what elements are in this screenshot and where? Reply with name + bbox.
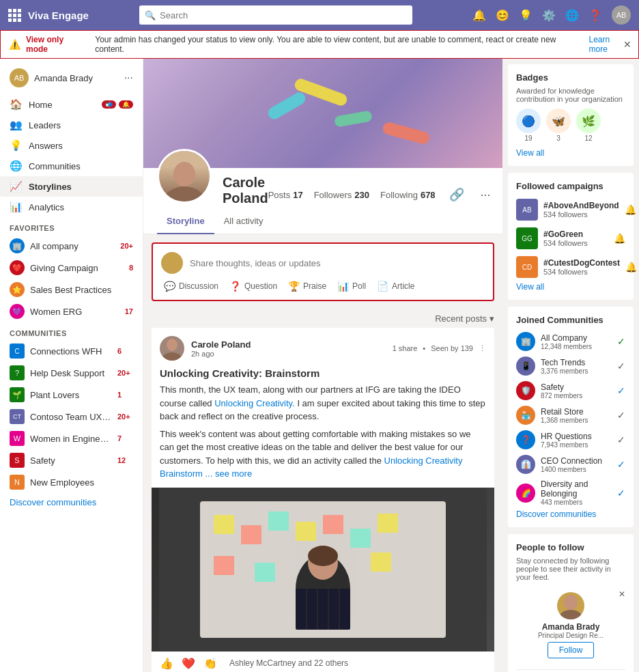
campaigns-section: Followed campaigns AB #AboveAndBeyond 53… [508, 173, 634, 300]
campaign-bell-2[interactable]: 🔔 [614, 233, 625, 244]
sidebar-fav-women-erg[interactable]: 💜 Women ERG 17 [0, 300, 143, 322]
right-panel: Badges Awarded for knowledge contributio… [502, 59, 639, 672]
joined-safety[interactable]: 🛡️ Safety 872 members ✓ [516, 378, 625, 403]
badge-count-3: 12 [584, 135, 592, 142]
sidebar-comm-new-employees[interactable]: N New Employees [0, 471, 143, 493]
discover-communities-right-link[interactable]: Discover communities [516, 509, 596, 519]
sidebar-fav-all-company[interactable]: 🏢 All company 20+ [0, 235, 143, 257]
joined-all-company-info: All Company 12,348 members [541, 333, 612, 350]
joined-all-company[interactable]: 🏢 All Company 12,348 members ✓ [516, 329, 625, 354]
campaign-name-3: #CutestDogContest [543, 258, 620, 268]
posts-value: 17 [293, 190, 302, 200]
tab-all-activity[interactable]: All activity [214, 209, 273, 234]
settings-icon[interactable]: ⚙️ [542, 9, 556, 22]
sidebar-fav-giving-campaign[interactable]: ❤️ Giving Campaign 8 [0, 257, 143, 279]
following-label: Following [380, 190, 418, 200]
campaign-img-3: CD [516, 256, 538, 278]
sidebar-comm-safety[interactable]: S Safety 12 [0, 449, 143, 471]
recent-posts-bar[interactable]: Recent posts ▾ [143, 309, 502, 328]
joined-ceo-connection[interactable]: 👔 CEO Connection 1400 members ✓ [516, 452, 625, 477]
search-bar[interactable]: 🔍 [139, 5, 412, 25]
alert-prefix: View only mode [26, 35, 87, 54]
post-more-btn[interactable]: ⋮ [479, 344, 486, 353]
post-link1[interactable]: Unlocking Creativity. [214, 398, 295, 408]
campaign-bell-3[interactable]: 🔔 [625, 262, 637, 272]
notification-icon[interactable]: 🔔 [472, 9, 486, 22]
home-badges: 📬 🔔 [102, 100, 133, 109]
sidebar-item-analytics[interactable]: 📊 Analytics [0, 197, 143, 217]
sidebar-item-communities[interactable]: 🌐 Communities [0, 156, 143, 176]
sidebar-item-leaders[interactable]: 👥 Leaders [0, 115, 143, 135]
emoji-icon[interactable]: 😊 [496, 9, 509, 22]
post-body-see-more[interactable]: ... see more [205, 468, 252, 479]
composer-text-input[interactable] [190, 258, 485, 268]
top-bar: Viva Engage 🔍 🔔 😊 💡 ⚙️ 🌐 ❓ AB [0, 0, 639, 30]
joined-comm-members: 1400 members [541, 466, 612, 473]
question-label: Question [244, 281, 277, 291]
sidebar-user-more[interactable]: ··· [124, 72, 133, 84]
tab-storyline[interactable]: Storyline [157, 209, 214, 234]
people-amanda-content: Amanda Brady Principal Design Re... Foll… [516, 592, 625, 658]
comm-badge: 7 [117, 434, 122, 443]
comm-label: Help Desk Support [30, 368, 112, 378]
joined-ceo-info: CEO Connection 1400 members [541, 456, 612, 473]
joined-retail-store[interactable]: 🏪 Retail Store 1,368 members ✓ [516, 403, 625, 428]
sidebar-fav-sales-best-practices[interactable]: ⭐ Sales Best Practices [0, 279, 143, 300]
sidebar-item-answers[interactable]: 💡 Answers [0, 135, 143, 156]
user-avatar-top[interactable]: AB [612, 5, 631, 25]
badge-count-2: 3 [556, 135, 560, 142]
article-label: Article [392, 281, 414, 291]
follow-button-amanda[interactable]: Follow [548, 642, 595, 658]
joined-check-4: ✓ [617, 410, 625, 421]
campaign-above-beyond[interactable]: AB #AboveAndBeyond 534 followers 🔔 [516, 195, 625, 224]
profile-more-icon[interactable]: ··· [478, 186, 494, 204]
campaign-cutest-dog[interactable]: CD #CutestDogContest 534 followers 🔔 [516, 253, 625, 281]
sidebar-comm-women-engineering[interactable]: W Women in Engineering 7 [0, 428, 143, 449]
leaders-icon: 👥 [10, 119, 22, 131]
sidebar-comm-connections-wfh[interactable]: C Connections WFH 6 [0, 340, 143, 362]
joined-hr-questions[interactable]: ❓ HR Questions 7,943 members ✓ [516, 428, 625, 452]
composer-article-btn[interactable]: 📄 Article [377, 281, 414, 292]
badges-view-all[interactable]: View all [516, 148, 544, 158]
post-card: Carole Poland 2h ago 1 share • Seen by 1… [152, 328, 494, 672]
sidebar-comm-contoso-ux[interactable]: CT Contoso Team UX (Desig... 20+ [0, 406, 143, 428]
joined-comm-members: 872 members [541, 392, 612, 400]
composer-poll-btn[interactable]: 📊 Poll [337, 281, 366, 292]
campaigns-view-all[interactable]: View all [516, 282, 544, 292]
post-image [152, 488, 494, 652]
joined-check-3: ✓ [617, 385, 625, 396]
sidebar: AB Amanda Brady ··· 🏠 Home 📬 🔔 👥 Leaders… [0, 59, 143, 672]
joined-comm-name: All Company [541, 333, 612, 343]
campaign-go-green[interactable]: GG #GoGreen 534 followers 🔔 [516, 224, 625, 253]
comm-badge: 6 [117, 347, 122, 355]
people-close-1[interactable]: ✕ [619, 589, 625, 599]
top-icons: 🔔 😊 💡 ⚙️ 🌐 ❓ AB [472, 5, 631, 25]
composer-question-btn[interactable]: ❓ Question [229, 281, 277, 292]
campaign-bell-1[interactable]: 🔔 [625, 204, 636, 215]
profile-link-icon[interactable]: 🔗 [446, 186, 467, 204]
joined-ceo-icon: 👔 [516, 455, 535, 474]
sidebar-item-storylines[interactable]: 📈 Storylines [0, 176, 143, 197]
search-input[interactable] [160, 10, 407, 20]
sidebar-comm-plant-lovers[interactable]: 🌱 Plant Lovers 1 [0, 384, 143, 406]
profile-tabs: Storyline All activity [143, 209, 502, 234]
fav-label: Giving Campaign [30, 263, 124, 273]
joined-safety-icon: 🛡️ [516, 381, 535, 400]
joined-tech-trends[interactable]: 📱 Tech Trends 3,376 members ✓ [516, 354, 625, 378]
bulb-icon[interactable]: 💡 [519, 9, 532, 22]
composer-discussion-btn[interactable]: 💬 Discussion [164, 281, 218, 292]
sidebar-user-avatar: AB [10, 68, 29, 87]
composer-praise-btn[interactable]: 🏆 Praise [288, 281, 326, 292]
joined-check-2: ✓ [617, 361, 625, 372]
joined-communities-title: Joined Communities [516, 315, 625, 325]
sidebar-item-home[interactable]: 🏠 Home 📬 🔔 [0, 94, 143, 115]
svg-point-3 [161, 352, 183, 361]
globe-icon[interactable]: 🌐 [565, 9, 579, 22]
joined-diversity-belonging[interactable]: 🌈 Diversity and Belonging 443 members ✓ [516, 477, 625, 509]
help-icon[interactable]: ❓ [588, 9, 602, 22]
composer-avatar [161, 252, 183, 274]
alert-close[interactable]: ✕ [623, 39, 631, 50]
sidebar-comm-help-desk[interactable]: ? Help Desk Support 20+ [0, 362, 143, 384]
alert-message: Your admin has changed your status to vi… [95, 35, 580, 54]
discover-communities-link[interactable]: Discover communities [0, 493, 143, 512]
